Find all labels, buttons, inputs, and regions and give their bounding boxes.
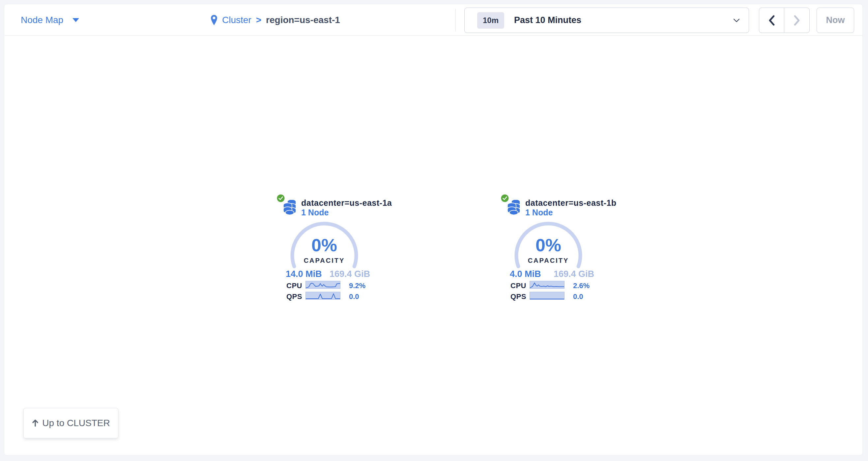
chevron-left-icon	[768, 15, 776, 26]
locality-node-count: 1 Node	[301, 208, 329, 217]
metric-value: 9.2%	[349, 282, 366, 290]
time-nav-buttons	[759, 7, 810, 33]
metric-label: QPS	[286, 292, 302, 301]
metric-label: CPU	[286, 282, 302, 290]
breadcrumb: Cluster > region=us-east-1	[211, 4, 340, 36]
capacity-used: 4.0 MiB	[510, 269, 541, 279]
metric-row-cpu: CPU 9.2%	[286, 281, 372, 289]
time-range-label: Past 10 Minutes	[514, 15, 581, 25]
capacity-gauge-center: 0% CAPACITY	[512, 236, 585, 264]
metric-value: 0.0	[573, 292, 583, 301]
map-pin-icon	[211, 14, 217, 26]
capacity-percent: 0%	[288, 236, 361, 254]
header-divider	[456, 9, 456, 31]
breadcrumb-separator: >	[256, 15, 261, 25]
locality-card-us-east-1a[interactable]: datacenter=us-east-1a 1 Node 0% CAPACITY…	[277, 193, 372, 302]
metric-row-qps: QPS 0.0	[286, 292, 372, 300]
caret-down-icon	[72, 18, 79, 22]
time-range-dropdown[interactable]: 10m Past 10 Minutes	[464, 7, 749, 33]
time-next-button[interactable]	[784, 8, 809, 33]
capacity-label: CAPACITY	[512, 257, 585, 264]
qps-sparkline	[306, 292, 340, 300]
metric-label: QPS	[510, 292, 526, 301]
header-bar: Node Map Cluster > region=us-east-1 10m …	[4, 4, 862, 36]
capacity-used: 14.0 MiB	[286, 269, 322, 279]
capacity-range: 14.0 MiB 169.4 GiB	[286, 269, 370, 279]
node-map-panel: Node Map Cluster > region=us-east-1 10m …	[4, 4, 863, 455]
capacity-percent: 0%	[512, 236, 585, 254]
locality-card-us-east-1b[interactable]: datacenter=us-east-1b 1 Node 0% CAPACITY…	[501, 193, 596, 302]
capacity-label: CAPACITY	[288, 257, 361, 264]
locality-title: datacenter=us-east-1b	[525, 198, 617, 208]
database-stack-icon	[282, 200, 297, 217]
time-prev-button[interactable]	[759, 8, 784, 33]
metric-row-cpu: CPU 2.6%	[510, 281, 596, 289]
cpu-sparkline	[306, 281, 340, 289]
metric-value: 0.0	[349, 292, 359, 301]
cpu-sparkline	[530, 281, 564, 289]
breadcrumb-current: region=us-east-1	[266, 15, 340, 25]
chevron-right-icon	[793, 15, 801, 26]
view-selector-label: Node Map	[21, 15, 63, 25]
capacity-range: 4.0 MiB 169.4 GiB	[510, 269, 594, 279]
breadcrumb-cluster-link[interactable]: Cluster	[222, 15, 251, 25]
capacity-gauge-center: 0% CAPACITY	[288, 236, 361, 264]
locality-node-count: 1 Node	[525, 208, 553, 217]
capacity-total: 169.4 GiB	[554, 269, 594, 279]
database-stack-icon	[506, 200, 521, 217]
capacity-total: 169.4 GiB	[330, 269, 370, 279]
metric-value: 2.6%	[573, 282, 590, 290]
locality-title: datacenter=us-east-1a	[301, 198, 392, 208]
up-to-cluster-label: Up to CLUSTER	[42, 418, 110, 428]
time-range-badge: 10m	[477, 12, 504, 29]
metric-row-qps: QPS 0.0	[510, 292, 596, 300]
arrow-up-icon	[32, 419, 39, 427]
view-selector-dropdown[interactable]: Node Map	[21, 4, 79, 36]
metric-label: CPU	[510, 282, 526, 290]
qps-sparkline	[530, 292, 564, 300]
chevron-down-icon	[734, 19, 740, 22]
up-to-cluster-button[interactable]: Up to CLUSTER	[23, 408, 118, 438]
now-button[interactable]: Now	[816, 7, 854, 33]
